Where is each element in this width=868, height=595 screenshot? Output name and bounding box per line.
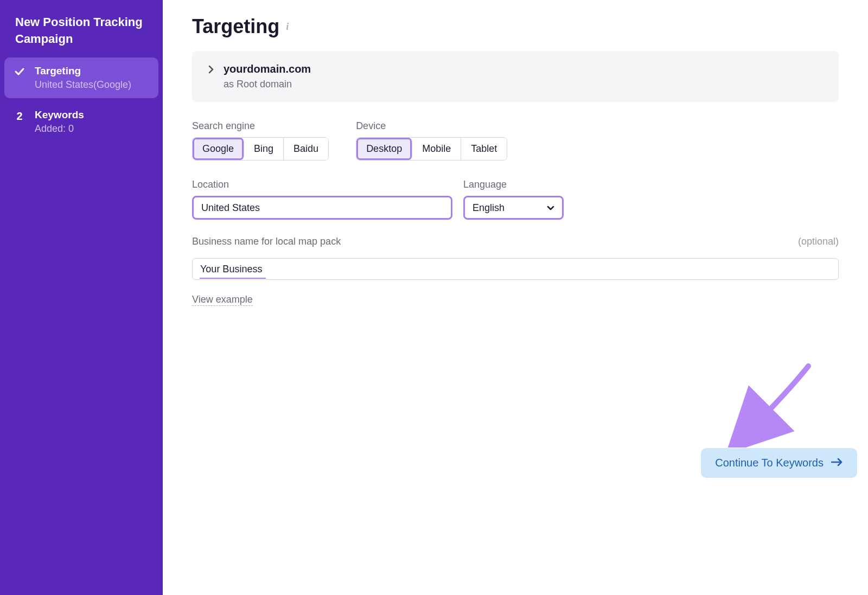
business-underline-annotation (200, 278, 266, 279)
language-label: Language (463, 179, 564, 190)
chevron-right-icon (208, 65, 214, 76)
search-engine-label: Search engine (192, 120, 329, 132)
page-title: Targeting i (192, 15, 839, 38)
continue-button[interactable]: Continue To Keywords (701, 448, 857, 478)
search-engine-option-baidu[interactable]: Baidu (284, 138, 328, 160)
annotation-arrow (727, 361, 814, 447)
sidebar: New Position Tracking Campaign Targeting… (0, 0, 163, 595)
device-label: Device (356, 120, 507, 132)
arrow-right-icon (831, 457, 843, 469)
sidebar-step-targeting[interactable]: Targeting United States(Google) (4, 57, 158, 98)
step-label: Targeting (35, 65, 150, 77)
device-option-desktop[interactable]: Desktop (356, 138, 412, 160)
search-engine-option-google[interactable]: Google (193, 138, 244, 160)
device-option-mobile[interactable]: Mobile (412, 138, 461, 160)
step-number: 2 (13, 110, 26, 123)
main-panel: Targeting i yourdomain.com as Root domai… (163, 0, 868, 595)
business-input[interactable] (192, 258, 839, 280)
location-group: Location (192, 179, 452, 220)
search-engine-toggle: Google Bing Baidu (192, 137, 329, 161)
page-title-text: Targeting (192, 15, 279, 38)
domain-type: as Root domain (224, 79, 311, 90)
step-sublabel: Added: 0 (35, 123, 152, 135)
device-group: Device Desktop Mobile Tablet (356, 120, 507, 161)
info-icon[interactable]: i (286, 21, 289, 33)
location-input[interactable] (192, 196, 452, 220)
step-label: Keywords (35, 109, 152, 121)
check-icon (13, 66, 26, 77)
language-value: English (473, 202, 505, 214)
device-option-tablet[interactable]: Tablet (461, 138, 507, 160)
language-select[interactable]: English (463, 196, 564, 220)
business-group: Business name for local map pack (option… (192, 236, 839, 306)
sidebar-step-keywords[interactable]: 2 Keywords Added: 0 (0, 101, 163, 142)
language-group: Language English (463, 179, 564, 220)
domain-name: yourdomain.com (224, 63, 311, 75)
search-engine-option-bing[interactable]: Bing (244, 138, 284, 160)
continue-label: Continue To Keywords (715, 457, 824, 469)
sidebar-title: New Position Tracking Campaign (0, 14, 163, 57)
view-example-link[interactable]: View example (192, 294, 253, 306)
business-label: Business name for local map pack (192, 236, 341, 247)
device-toggle: Desktop Mobile Tablet (356, 137, 507, 161)
chevron-down-icon (547, 203, 554, 212)
step-sublabel: United States(Google) (35, 79, 150, 91)
business-optional: (optional) (798, 236, 839, 247)
location-label: Location (192, 179, 452, 190)
search-engine-group: Search engine Google Bing Baidu (192, 120, 329, 161)
domain-card[interactable]: yourdomain.com as Root domain (192, 51, 839, 102)
